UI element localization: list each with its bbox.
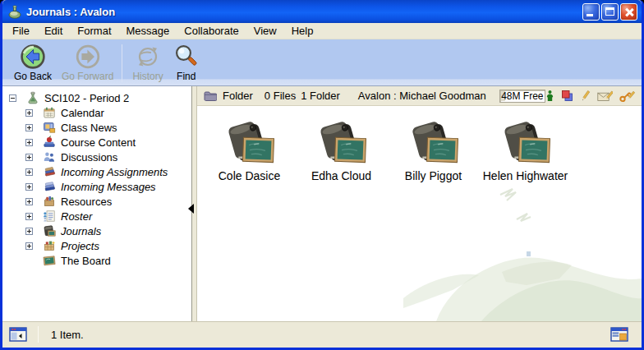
assignments-icon <box>43 165 56 178</box>
menu-help[interactable]: Help <box>284 23 321 39</box>
tree-item-incoming-assignments[interactable]: Incoming Assignments <box>2 164 191 179</box>
close-button[interactable] <box>620 3 637 21</box>
key-pencil-icon[interactable] <box>619 90 635 103</box>
tree-item-label: Course Content <box>61 136 136 149</box>
tree-item-label: Class News <box>61 122 117 134</box>
expand-toggle-icon[interactable] <box>25 198 33 205</box>
board-icon <box>43 254 56 267</box>
tree-item-incoming-messages[interactable]: Incoming Messages <box>2 179 191 194</box>
minimize-button[interactable] <box>582 3 600 21</box>
menubar: FileEditFormatMessageCollaborateViewHelp <box>2 23 642 39</box>
folders-count: 1 Folder <box>301 90 340 102</box>
expand-toggle-icon[interactable] <box>25 109 33 117</box>
menu-message[interactable]: Message <box>119 23 177 39</box>
go-forward-button: Go Forward <box>57 43 118 83</box>
tree-item-roster[interactable]: Roster <box>2 209 191 223</box>
roster-icon <box>43 210 56 223</box>
menu-format[interactable]: Format <box>70 23 118 39</box>
pencil-icon[interactable] <box>580 90 591 103</box>
map-watermark <box>403 173 642 321</box>
content-header: Folder 0 Files 1 Folder Avalon : Michael… <box>197 86 642 106</box>
discussions-icon <box>43 150 56 163</box>
tree-item-label: Roster <box>61 210 92 223</box>
tree-item-projects[interactable]: Projects <box>2 238 191 253</box>
expand-toggle-icon[interactable] <box>25 228 33 235</box>
resources-icon <box>43 195 56 208</box>
titlebar[interactable]: Journals : Avalon <box>2 0 642 23</box>
layers-icon[interactable] <box>561 90 573 102</box>
server-identity: Avalon : Michael Goodman <box>358 90 486 102</box>
toolbar-separator <box>122 44 122 82</box>
folder-icon <box>204 90 217 102</box>
find-button[interactable]: Find <box>168 43 205 83</box>
menu-edit[interactable]: Edit <box>37 23 70 39</box>
calendar-icon <box>43 106 56 119</box>
flask-icon <box>26 91 39 104</box>
journal-book-icon <box>500 117 551 165</box>
tree-item-calendar[interactable]: Calendar <box>2 105 191 120</box>
tree-item-the-board[interactable]: The Board <box>2 253 191 268</box>
person-icon[interactable] <box>545 90 554 103</box>
journal-item-billy-piggot[interactable]: Billy Piggot <box>391 117 476 182</box>
news-icon <box>43 121 56 134</box>
tree-panel-toggle-icon[interactable] <box>9 327 27 342</box>
tree-root-sci102-period-2[interactable]: SCI102 - Period 2 <box>2 90 191 105</box>
view-layout-icon[interactable] <box>610 327 628 342</box>
folder-type-label: Folder <box>223 90 253 102</box>
menu-file[interactable]: File <box>5 23 37 39</box>
window-title: Journals : Avalon <box>26 6 582 18</box>
compose-mail-icon[interactable] <box>597 90 613 103</box>
expand-toggle-icon[interactable] <box>25 242 33 250</box>
maximize-button[interactable] <box>601 3 619 21</box>
expand-toggle-icon[interactable] <box>25 168 33 176</box>
tree-item-resources[interactable]: Resources <box>2 194 191 209</box>
content-area: Cole DasiceEdha CloudBilly PiggotHelen H… <box>197 106 642 321</box>
messages-icon <box>43 180 56 193</box>
journal-item-helen-highwater[interactable]: Helen Highwater <box>483 117 568 182</box>
menu-collaborate[interactable]: Collaborate <box>177 23 246 39</box>
course-content-icon <box>43 136 56 149</box>
tree-item-course-content[interactable]: Course Content <box>2 135 191 150</box>
tree-item-discussions[interactable]: Discussions <box>2 150 191 164</box>
header-actions <box>545 90 635 103</box>
journal-book-icon <box>408 117 459 165</box>
free-space-label: 48M Free <box>501 90 543 102</box>
files-count: 0 Files <box>264 90 296 102</box>
go-back-button[interactable]: Go Back <box>9 43 57 83</box>
journal-icon <box>43 224 56 237</box>
collapse-toggle-icon[interactable] <box>9 94 16 102</box>
menu-view[interactable]: View <box>246 23 284 39</box>
panel-splitter[interactable] <box>191 86 197 321</box>
history-globe-icon <box>135 44 161 70</box>
tree-item-label: Discussions <box>61 151 117 163</box>
go-forward-icon <box>75 44 101 70</box>
tree-item-journals[interactable]: Journals <box>2 223 191 238</box>
course-tree: SCI102 - Period 2CalendarClass NewsCours… <box>2 86 191 321</box>
tree-root-label: SCI102 - Period 2 <box>44 92 129 104</box>
journal-book-icon <box>224 117 275 165</box>
find-magnifier-icon <box>173 44 200 70</box>
journal-item-cole-dasice[interactable]: Cole Dasice <box>207 117 292 182</box>
tree-item-label: Incoming Assignments <box>61 166 168 178</box>
journal-book-icon <box>316 117 367 165</box>
tree-item-label: Journals <box>61 225 101 237</box>
statusbar: 1 Item. <box>2 321 642 347</box>
expand-toggle-icon[interactable] <box>25 154 33 161</box>
expand-toggle-icon[interactable] <box>25 139 33 146</box>
journal-name-label: Helen Highwater <box>483 169 568 182</box>
toolbar: Go BackGo ForwardHistoryFind <box>2 39 642 86</box>
projects-icon <box>43 239 56 252</box>
expand-toggle-icon[interactable] <box>25 183 33 191</box>
expand-toggle-icon[interactable] <box>25 213 33 220</box>
go-back-label: Go Back <box>14 71 52 82</box>
tree-item-label: Incoming Messages <box>61 181 156 193</box>
tree-item-class-news[interactable]: Class News <box>2 120 191 135</box>
tree-item-label: Calendar <box>61 107 104 119</box>
flask-app-icon <box>7 4 22 19</box>
expand-toggle-icon[interactable] <box>25 124 33 131</box>
find-label: Find <box>177 71 196 82</box>
go-forward-label: Go Forward <box>62 71 113 82</box>
journal-item-edha-cloud[interactable]: Edha Cloud <box>299 117 384 182</box>
journal-name-label: Billy Piggot <box>405 169 462 182</box>
collapse-panel-arrow-icon[interactable] <box>188 204 194 214</box>
